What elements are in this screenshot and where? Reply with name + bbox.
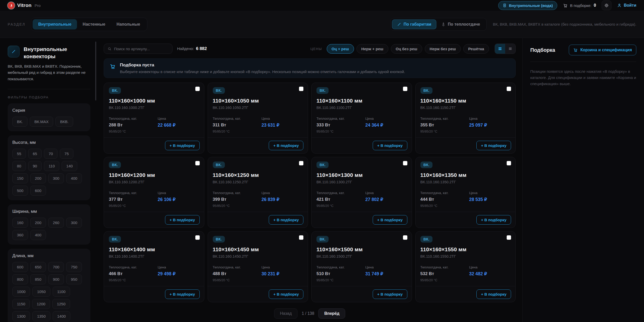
cart-and-spec-button[interactable]: Корзина и спецификация <box>569 45 636 55</box>
filter-chip[interactable]: 70 <box>44 149 57 159</box>
heat-output-value: 532 Вт <box>420 271 469 276</box>
filter-chip[interactable]: 160 <box>12 218 28 228</box>
filter-chip[interactable]: 1050 <box>32 287 50 297</box>
select-checkbox[interactable] <box>195 87 200 91</box>
add-to-selection-button[interactable]: + В подборку <box>269 215 303 225</box>
filter-chip[interactable]: ВК. <box>12 117 27 127</box>
price-filter-chip[interactable]: Нерж без реш <box>425 44 461 54</box>
filter-chip[interactable]: 1300 <box>12 311 30 321</box>
filter-chip[interactable]: 400 <box>66 173 82 183</box>
filter-chip[interactable]: 360 <box>12 230 28 240</box>
filter-chip[interactable]: 65 <box>28 149 42 159</box>
filter-chip[interactable]: 600 <box>12 262 28 272</box>
select-checkbox[interactable] <box>195 161 200 165</box>
filter-chip[interactable]: 950 <box>66 274 82 284</box>
filter-chip[interactable]: 260 <box>48 218 64 228</box>
price-filter-chip[interactable]: Решётка <box>463 44 489 54</box>
section-tab-1[interactable]: Внутрипольные <box>33 19 77 29</box>
price-filter-chip[interactable]: Нерж + реш <box>357 44 388 54</box>
theme-toggle-button[interactable] <box>602 1 611 10</box>
filter-chip[interactable]: 80 <box>12 161 26 171</box>
filter-chip[interactable]: 900 <box>48 274 64 284</box>
filter-chip[interactable]: 75 <box>60 149 73 159</box>
filter-chip[interactable]: 400 <box>30 230 46 240</box>
heat-output-value: 377 Вт <box>109 197 158 202</box>
temperature-regime: 95/85/20 °C <box>420 130 469 133</box>
price-label: Цена <box>365 265 407 269</box>
filter-chip[interactable]: 600 <box>30 186 46 196</box>
add-to-selection-button[interactable]: + В подборку <box>165 215 200 225</box>
filter-chip[interactable]: 200 <box>30 173 46 183</box>
filter-chip[interactable]: 1400 <box>53 311 70 321</box>
select-checkbox[interactable] <box>507 235 511 240</box>
select-checkbox[interactable] <box>403 235 407 240</box>
filter-chip[interactable]: 1250 <box>52 299 70 309</box>
filter-chip[interactable]: 1000 <box>12 287 30 297</box>
add-to-selection-button[interactable]: + В подборку <box>476 141 511 150</box>
add-to-selection-button[interactable]: + В подборку <box>373 141 407 150</box>
selection-counter[interactable]: В подборке: 0 <box>563 3 596 8</box>
next-page-button[interactable]: Вперёд <box>318 308 345 319</box>
search-field[interactable] <box>104 44 172 54</box>
mode-tab-dimensions[interactable]: По габаритам <box>392 19 436 29</box>
filter-chip[interactable]: 800 <box>12 274 28 284</box>
filter-chip[interactable]: 1150 <box>12 299 30 309</box>
product-title: 110×160×1000 мм <box>109 98 199 104</box>
select-checkbox[interactable] <box>299 235 303 240</box>
section-tab-2[interactable]: Настенные <box>77 19 111 29</box>
price-filter-chip[interactable]: Оц без реш <box>391 44 422 54</box>
add-to-selection-button[interactable]: + В подборку <box>269 141 303 150</box>
add-to-selection-button[interactable]: + В подборку <box>476 215 511 225</box>
filter-chip[interactable]: 150 <box>12 173 28 183</box>
filter-chip[interactable]: 750 <box>66 262 82 272</box>
prev-page-button[interactable]: Назад <box>274 308 298 319</box>
add-to-selection-button[interactable]: + В подборку <box>165 141 200 150</box>
login-button[interactable]: Войти <box>617 3 636 8</box>
filter-chip[interactable]: 90 <box>28 161 42 171</box>
add-to-selection-button[interactable]: + В подборку <box>165 289 200 299</box>
sidebar-scrollbar[interactable] <box>95 42 96 100</box>
price-label: Цена <box>262 265 303 269</box>
filter-chip[interactable]: 500 <box>12 186 28 196</box>
filter-chip[interactable]: 140 <box>62 161 77 171</box>
filter-chip[interactable]: 55 <box>12 149 26 159</box>
select-checkbox[interactable] <box>403 161 407 165</box>
select-checkbox[interactable] <box>299 161 303 165</box>
price-filter-chip[interactable]: Оц + реш <box>327 44 354 54</box>
filter-chip[interactable]: 650 <box>30 262 46 272</box>
select-checkbox[interactable] <box>403 87 407 91</box>
brand[interactable]: Vitron Pro <box>8 2 41 9</box>
select-checkbox[interactable] <box>195 235 200 240</box>
select-checkbox[interactable] <box>507 161 511 165</box>
grid-view-button[interactable] <box>495 44 505 54</box>
price-value: 25 097 ₽ <box>469 123 511 128</box>
filter-chip[interactable]: ВКВ. <box>55 117 73 127</box>
add-to-selection-button[interactable]: + В подборку <box>373 289 407 299</box>
add-to-selection-button[interactable]: + В подборку <box>373 215 407 225</box>
filter-chip[interactable]: 300 <box>66 218 82 228</box>
filter-chip[interactable]: 850 <box>30 274 46 284</box>
select-checkbox[interactable] <box>507 87 511 91</box>
login-label: Войти <box>624 3 636 8</box>
filter-chip[interactable]: 300 <box>48 173 64 183</box>
filter-chip[interactable]: 110 <box>44 161 59 171</box>
filter-chip[interactable]: ВК.MAX <box>30 117 53 127</box>
heat-output-label: Теплоотдача, кат. <box>213 191 262 195</box>
filter-chip[interactable]: 1200 <box>32 299 50 309</box>
section-tab-3[interactable]: Напольные <box>111 19 146 29</box>
search-input[interactable] <box>114 47 169 51</box>
select-checkbox[interactable] <box>299 87 303 91</box>
filter-chip[interactable]: 200 <box>30 218 46 228</box>
mode-tab-heat[interactable]: По теплоотдаче <box>436 19 485 29</box>
product-title: 110×160×1050 мм <box>213 98 303 104</box>
add-to-selection-button[interactable]: + В подборку <box>269 289 303 299</box>
filter-chip[interactable]: 700 <box>48 262 64 272</box>
current-category-button[interactable]: Внутрипольные (вода) <box>498 1 557 10</box>
list-view-button[interactable] <box>505 44 515 54</box>
filter-chip[interactable]: 1100 <box>53 287 70 297</box>
add-to-selection-button[interactable]: + В подборку <box>476 289 511 299</box>
product-card: ВК. 110×160×1400 мм ВК.110.160.1400.2ТГ … <box>104 231 204 302</box>
cart-icon <box>110 63 116 69</box>
filter-chip[interactable]: 1350 <box>32 311 50 321</box>
divider <box>530 62 636 62</box>
